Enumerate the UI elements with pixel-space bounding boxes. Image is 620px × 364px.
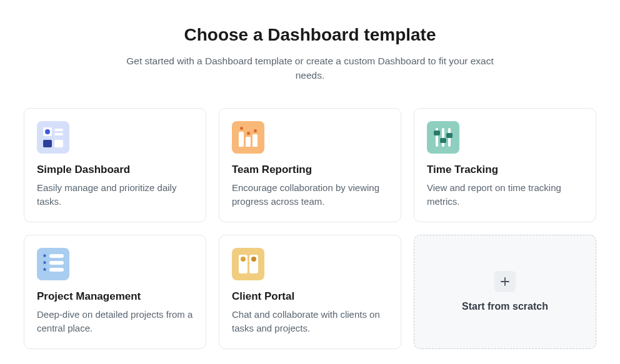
template-title: Simple Dashboard xyxy=(37,164,193,176)
template-description: Chat and collaborate with clients on tas… xyxy=(232,308,388,336)
template-description: View and report on time tracking metrics… xyxy=(427,181,583,209)
template-title: Project Management xyxy=(37,290,193,303)
template-card-client-portal[interactable]: Client Portal Chat and collaborate with … xyxy=(219,235,401,349)
template-card-simple-dashboard[interactable]: Simple Dashboard Easily manage and prior… xyxy=(24,108,206,222)
sliders-icon xyxy=(427,121,459,154)
plus-icon xyxy=(494,271,516,292)
template-description: Easily manage and prioritize daily tasks… xyxy=(37,181,193,209)
template-grid: Simple Dashboard Easily manage and prior… xyxy=(24,108,596,349)
start-from-scratch-label: Start from scratch xyxy=(462,301,548,312)
page-title: Choose a Dashboard template xyxy=(24,25,596,45)
template-card-team-reporting[interactable]: Team Reporting Encourage collaboration b… xyxy=(219,108,401,222)
page-subtitle: Get started with a Dashboard template or… xyxy=(126,54,494,83)
template-card-time-tracking[interactable]: Time Tracking View and report on time tr… xyxy=(414,108,596,222)
template-title: Team Reporting xyxy=(232,164,388,176)
start-from-scratch-card[interactable]: Start from scratch xyxy=(414,235,596,349)
bar-chart-icon xyxy=(232,121,264,154)
template-description: Encourage collaboration by viewing progr… xyxy=(232,181,388,209)
template-picker-header: Choose a Dashboard template Get started … xyxy=(24,25,596,83)
task-list-icon xyxy=(37,248,69,280)
template-title: Client Portal xyxy=(232,290,388,303)
template-title: Time Tracking xyxy=(427,164,583,176)
template-description: Deep-dive on detailed projects from a ce… xyxy=(37,308,193,336)
template-card-project-management[interactable]: Project Management Deep-dive on detailed… xyxy=(24,235,206,349)
client-portal-icon xyxy=(232,248,264,280)
dashboard-widgets-icon xyxy=(37,121,69,154)
